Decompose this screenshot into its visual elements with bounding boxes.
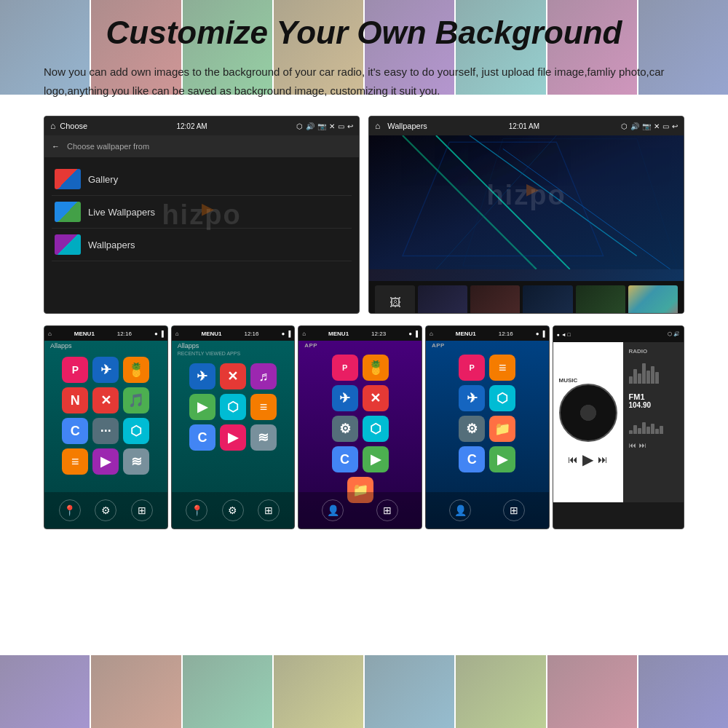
- thumb5[interactable]: [628, 285, 678, 314]
- choose-wallpaper-from-label: Choose wallpaper from: [67, 142, 149, 151]
- dock-grid-2[interactable]: ⊞: [258, 499, 280, 521]
- time1: 12:02 AM: [176, 122, 207, 130]
- app-icon-settings3[interactable]: ⚙: [332, 416, 358, 442]
- menu-statusbar-4: ⌂ MENU1 12:16 ● ▐: [426, 326, 549, 341]
- geometric-svg: [369, 135, 684, 269]
- app-icon-chrome2[interactable]: C: [189, 424, 215, 451]
- statusbar-right1: ⬡ 🔊 📷 ✕ ▭ ↩: [296, 122, 353, 130]
- dock-settings-2[interactable]: ⚙: [222, 499, 244, 521]
- app-icon-settings4[interactable]: ⚙: [459, 416, 485, 442]
- back-icon: ↩: [347, 122, 353, 130]
- thumb2[interactable]: [470, 285, 520, 314]
- app-icon-chrome1[interactable]: C: [62, 418, 88, 444]
- app-row: ▶ ⬡ ≡: [178, 394, 289, 420]
- app-row: P 🍍: [304, 355, 416, 381]
- app-row: N ✕ 🎵: [50, 387, 162, 414]
- choose-label: Choose: [60, 122, 87, 130]
- next-track-btn[interactable]: ⏭: [639, 441, 646, 449]
- dock-grid-1[interactable]: ⊞: [131, 499, 153, 521]
- dock-location-2[interactable]: 📍: [186, 499, 207, 521]
- app-row: C ▶: [304, 446, 416, 472]
- statusbar1: ⌂ Choose 12:02 AM ⬡ 🔊 📷 ✕ ▭ ↩: [44, 116, 359, 135]
- app-icon-bt2[interactable]: ⬡: [220, 394, 246, 420]
- notif-icons-m1: ● ▐: [154, 331, 164, 337]
- app-icon-red1[interactable]: ✕: [92, 387, 119, 414]
- app-icon-nav4[interactable]: ✈: [459, 385, 485, 411]
- app-row: P ≡: [432, 355, 543, 381]
- app-icon-play1[interactable]: ▶: [92, 448, 119, 475]
- dock-location-1[interactable]: 📍: [59, 499, 81, 521]
- app-icon-purple2[interactable]: ♬: [250, 363, 277, 389]
- vinyl-record: [559, 384, 617, 442]
- app-icon-bt3[interactable]: ⬡: [363, 416, 389, 442]
- dock-person-4[interactable]: 👤: [449, 499, 471, 521]
- app-section-header-4: APP: [426, 341, 549, 349]
- thumb1[interactable]: [418, 285, 467, 314]
- screenshots-row1: hizpo ▶ ⌂ Choose 12:02 AM ⬡ 🔊 📷 ✕ ▭ ↩: [44, 116, 684, 314]
- app-icon-nav1[interactable]: ✈: [92, 357, 119, 383]
- app-row: C ▶: [432, 446, 543, 472]
- app-icon-red2[interactable]: ✕: [220, 363, 246, 389]
- app-icon-green1[interactable]: 🎵: [123, 387, 149, 414]
- app-icon-eq4[interactable]: ≡: [489, 355, 515, 381]
- app-icon-chrome4[interactable]: C: [459, 446, 485, 472]
- menu-screen-4: ⌂ MENU1 12:16 ● ▐ APP P ≡ ✈ ⬡ ⚙ 📁: [425, 325, 550, 529]
- app-icon-grey2[interactable]: ≋: [250, 424, 277, 451]
- menu1-label-2: MENU1: [201, 331, 221, 337]
- app-icon-bt1[interactable]: ⬡: [123, 418, 149, 444]
- app-row: ✈ ✕ ♬: [178, 363, 289, 389]
- app-icon-green2[interactable]: ▶: [189, 394, 215, 420]
- app-icon-orange1[interactable]: 🍍: [123, 357, 149, 383]
- time-m3: 12:23: [371, 331, 386, 337]
- thumb3[interactable]: [523, 285, 572, 314]
- list-item[interactable]: Wallpapers: [52, 229, 352, 261]
- app-icon-dots1[interactable]: ···: [92, 418, 119, 444]
- next-button[interactable]: ⏭: [598, 454, 608, 465]
- app-grid-3: P 🍍 ✈ ✕ ⚙ ⬡ C ▶ 📁: [298, 349, 422, 509]
- play-button[interactable]: ▶: [582, 451, 593, 468]
- notif-icons-m4: ● ▐: [536, 331, 545, 337]
- recently-label: RECENTLY VIEWED APPS: [172, 351, 295, 357]
- description: Now you can add own images to the backgr…: [44, 63, 684, 100]
- eq-bar: [633, 369, 637, 384]
- app-icon-nav2[interactable]: ✈: [189, 363, 215, 389]
- app-icon-files4[interactable]: 📁: [489, 416, 515, 442]
- dock-person-3[interactable]: 👤: [322, 499, 344, 521]
- app-icon-red3[interactable]: ✕: [363, 385, 389, 411]
- app-icon-p3[interactable]: P: [332, 355, 358, 381]
- app-icon-p4[interactable]: P: [459, 355, 485, 381]
- dock-grid-3[interactable]: ⊞: [376, 499, 398, 521]
- app-icon-store4[interactable]: ▶: [489, 446, 515, 472]
- app-icon-nav3[interactable]: ✈: [332, 385, 358, 411]
- menu-statusbar-1: ⌂ MENU1 12:16 ● ▐: [44, 326, 167, 341]
- app-icon-eq1[interactable]: ≡: [62, 448, 88, 475]
- app-icon-grey1[interactable]: ≋: [123, 448, 149, 475]
- svg-rect-0: [369, 135, 684, 269]
- app-icon-eq2[interactable]: ≡: [250, 394, 277, 420]
- prev-track-btn[interactable]: ⏮: [629, 441, 636, 449]
- eq-bar: [646, 427, 650, 434]
- eq-bar: [629, 376, 633, 384]
- thumb4[interactable]: [576, 285, 625, 314]
- list-item[interactable]: Gallery: [52, 163, 352, 196]
- prev-button[interactable]: ⏮: [568, 454, 578, 465]
- app-icon-play2[interactable]: ▶: [220, 424, 246, 451]
- music-statusbar: ● ◄ □ ⬡ 🔊: [553, 326, 684, 342]
- dock-grid-4[interactable]: ⊞: [503, 499, 525, 521]
- dock-settings-1[interactable]: ⚙: [95, 499, 116, 521]
- list-item[interactable]: Live Wallpapers: [52, 196, 352, 229]
- time-m1: 12:16: [117, 331, 132, 337]
- my-photos-box[interactable]: 🖼 My photos: [375, 285, 415, 314]
- app-row: ⚙ 📁: [432, 416, 543, 442]
- menu-screen-3: ⌂ MENU1 12:23 ● ▐ APP P 🍍 ✈ ✕ ⚙ ⬡: [298, 325, 422, 529]
- wallpapers-screen-label: Wallpapers: [387, 122, 427, 130]
- radio-section-label: RADIO: [629, 348, 678, 355]
- notif-icons-m3: ● ▐: [408, 331, 418, 337]
- app-row: ⚙ ⬡: [304, 416, 416, 442]
- app-icon-netflix1[interactable]: N: [62, 387, 88, 414]
- app-icon-store3[interactable]: ▶: [363, 446, 389, 472]
- app-icon-pineapple3[interactable]: 🍍: [363, 355, 389, 381]
- app-icon-bt4[interactable]: ⬡: [489, 385, 515, 411]
- app-icon-chrome3[interactable]: C: [332, 446, 358, 472]
- app-icon-p1[interactable]: P: [62, 357, 88, 383]
